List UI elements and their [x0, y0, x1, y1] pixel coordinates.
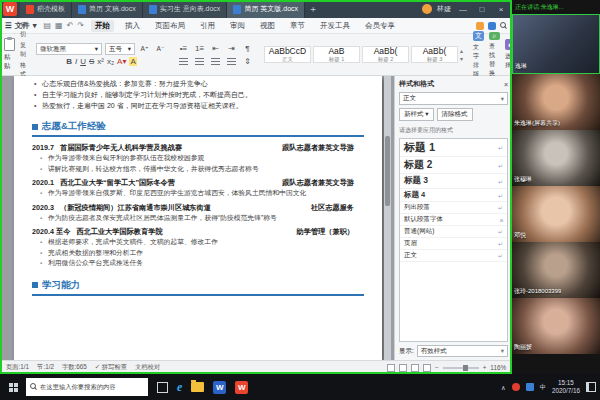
cloud-sync-icon[interactable]	[488, 22, 496, 30]
zoom-out-icon[interactable]: −	[435, 364, 439, 371]
align-center-icon[interactable]	[193, 56, 206, 67]
subscript-button[interactable]: x₂	[107, 57, 114, 66]
ribbon-tab-insert[interactable]: 插入	[121, 20, 144, 32]
gallery-scroll[interactable]: ▴ ▾	[460, 47, 463, 62]
style-heading1[interactable]: AaB 标题 1	[313, 46, 360, 63]
find-replace-tool[interactable]: ⌕ 查找替换	[489, 36, 500, 73]
participant-tile[interactable]: 张玲-2018003399	[512, 242, 600, 298]
style-item-default-font[interactable]: 默认段落字体a	[400, 214, 507, 226]
indent-icon[interactable]: ⇥	[225, 43, 238, 54]
ribbon-tab-layout[interactable]: 页面布局	[151, 20, 189, 32]
maximize-button[interactable]: □	[475, 5, 489, 14]
view-outline-icon[interactable]	[411, 364, 419, 372]
save-icon[interactable]: ▤	[44, 21, 52, 30]
doc-tab-home[interactable]: 稻壳模板	[20, 0, 72, 18]
doc-tab-1[interactable]: 简历 文稿.docx	[72, 0, 143, 18]
scrollbar-thumb[interactable]	[385, 136, 390, 206]
new-tab-button[interactable]: ＋	[305, 3, 321, 16]
spellcheck-status[interactable]: ✓ 拼写检查	[95, 363, 127, 372]
current-style-box[interactable]: 正文 ▾	[399, 92, 508, 105]
zoom-level[interactable]: 116%	[490, 364, 506, 371]
member-icon[interactable]	[476, 22, 484, 30]
taskbar-clock[interactable]: 15:15 2020/7/16	[552, 379, 580, 395]
underline-button[interactable]: U	[80, 57, 86, 66]
redo-icon[interactable]: ↷	[77, 21, 84, 30]
style-item-heading2[interactable]: 标题 2↵	[400, 157, 507, 174]
page-indicator[interactable]: 页面:1/1	[6, 363, 29, 372]
notification-center-icon[interactable]	[586, 382, 596, 392]
cut-button[interactable]: 剪切	[20, 21, 26, 39]
user-avatar[interactable]	[422, 4, 432, 14]
clear-format-button[interactable]: 清除格式	[437, 108, 473, 121]
font-color-button[interactable]: A▾	[117, 57, 126, 66]
start-button[interactable]	[0, 374, 26, 400]
tray-expand-icon[interactable]: ∧	[501, 384, 506, 391]
view-web-icon[interactable]	[399, 364, 407, 372]
show-filter-select[interactable]: 有效样式 ▾	[417, 345, 508, 357]
style-item-header[interactable]: 页眉↵	[400, 238, 507, 250]
bullet-list-icon[interactable]: •≡	[177, 43, 190, 54]
participant-tile[interactable]: 邓悦	[512, 186, 600, 242]
view-reader-icon[interactable]	[423, 364, 431, 372]
gallery-down-icon[interactable]: ▾	[460, 55, 463, 62]
tray-app-icon[interactable]	[512, 383, 520, 391]
ime-indicator[interactable]: 中	[540, 383, 546, 392]
shrink-font-icon[interactable]: A⁻	[154, 43, 167, 54]
line-spacing-icon[interactable]: ⇕	[241, 56, 254, 67]
style-item-body[interactable]: 正文↵	[400, 250, 507, 262]
panel-close-icon[interactable]: ×	[504, 81, 508, 88]
show-marks-icon[interactable]: ¶	[241, 43, 254, 54]
outdent-icon[interactable]: ⇤	[209, 43, 222, 54]
word-count[interactable]: 字数:665	[62, 363, 87, 372]
style-item-heading1[interactable]: 标题 1↵	[400, 139, 507, 157]
close-button[interactable]: ×	[494, 5, 508, 14]
wps-app-icon[interactable]: W	[235, 381, 248, 394]
search-icon[interactable]	[500, 22, 507, 30]
file-explorer-icon[interactable]	[191, 382, 204, 392]
grow-font-icon[interactable]: A⁺	[138, 43, 151, 54]
word-app-icon[interactable]: W	[213, 381, 226, 394]
undo-icon[interactable]: ↶	[67, 21, 74, 30]
style-normal[interactable]: AaBbCcD 正文	[264, 46, 311, 63]
participant-tile[interactable]: 陶丽媛	[512, 298, 600, 354]
number-list-icon[interactable]: 1≡	[193, 43, 206, 54]
font-name-select[interactable]: 微软雅黑▾	[36, 43, 102, 55]
taskbar-search-box[interactable]: 在这里输入你要搜索的内容	[26, 378, 148, 396]
gallery-up-icon[interactable]: ▴	[460, 47, 463, 54]
participant-tile[interactable]: 张穆琳	[512, 130, 600, 186]
ribbon-tab-view[interactable]: 视图	[256, 20, 279, 32]
justify-icon[interactable]	[225, 56, 238, 67]
bold-button[interactable]: B	[66, 57, 72, 66]
copy-button[interactable]: 复制	[20, 41, 26, 59]
font-size-select[interactable]: 五号▾	[105, 43, 135, 55]
text-layout-tool[interactable]: 文 文字排版	[473, 36, 484, 73]
doc-tab-3-active[interactable]: 简历 英文版.docx	[227, 0, 305, 18]
participant-tile[interactable]: 朱逸琳(屏幕共享)	[512, 74, 600, 130]
ribbon-tab-devtools[interactable]: 开发工具	[316, 20, 354, 32]
superscript-button[interactable]: x²	[97, 57, 104, 66]
zoom-thumb[interactable]	[463, 365, 468, 371]
edge-browser-icon[interactable]: e	[177, 380, 182, 395]
ribbon-tab-home[interactable]: 开始	[91, 20, 114, 32]
view-print-icon[interactable]	[387, 364, 395, 372]
zoom-slider[interactable]	[443, 367, 479, 369]
print-icon[interactable]: ▦	[55, 21, 63, 30]
strikethrough-button[interactable]: S	[89, 57, 94, 66]
style-item-heading4[interactable]: 标题 4↵	[400, 189, 507, 202]
new-style-button[interactable]: 新样式 ▾	[399, 108, 434, 121]
style-heading2[interactable]: AaBb( 标题 2	[362, 46, 409, 63]
ribbon-tab-member[interactable]: 会员专享	[361, 20, 399, 32]
ribbon-tab-review[interactable]: 审阅	[226, 20, 249, 32]
doc-tab-2[interactable]: 实习生 意向表.docx	[143, 0, 228, 18]
style-heading3[interactable]: AaBb( 标题 3	[411, 46, 458, 63]
document-page[interactable]: 心态乐观自信&热爱挑战：参加竞赛：努力提升竞争心 自主学习能力良好，能够制定学习…	[14, 76, 382, 360]
style-item-normal-web[interactable]: 普通(网站)↵	[400, 226, 507, 238]
zoom-in-icon[interactable]: +	[483, 364, 487, 371]
proofread-status[interactable]: 文档校对	[135, 363, 160, 372]
ribbon-tab-section[interactable]: 章节	[286, 20, 309, 32]
document-scrollbar[interactable]	[384, 76, 391, 360]
align-right-icon[interactable]	[209, 56, 222, 67]
participant-tile[interactable]: 逸琳	[512, 14, 600, 74]
align-left-icon[interactable]	[177, 56, 190, 67]
tray-network-icon[interactable]	[526, 383, 534, 391]
